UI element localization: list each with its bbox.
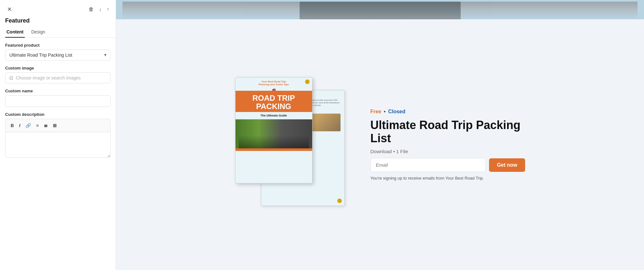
tabs-container: Content Design <box>0 24 116 38</box>
free-badge: Free <box>370 109 381 115</box>
embed-button[interactable]: ⊞ <box>51 122 59 129</box>
delete-button[interactable]: 🗑 <box>87 5 95 14</box>
book-front-cover: Your Best Road Trip Planning and Travel … <box>235 77 312 183</box>
tab-content[interactable]: Content <box>5 27 25 38</box>
link-button[interactable]: 🔗 <box>24 122 33 129</box>
email-row: Get now <box>370 158 525 172</box>
get-now-button[interactable]: Get now <box>489 158 525 172</box>
book-front-header: Your Best Road Trip Planning and Travel … <box>235 78 312 87</box>
book-front-title: ROAD TRIP PACKING <box>235 91 312 112</box>
email-input[interactable] <box>370 158 486 172</box>
header-actions: 🗑 ↓ ↑ <box>87 5 111 14</box>
custom-name-input[interactable] <box>5 95 111 107</box>
tab-design[interactable]: Design <box>30 27 47 38</box>
image-search-input[interactable]: ⊡ Choose image or search images <box>5 72 111 83</box>
featured-product-field: Featured product Ultimate Road Trip Pack… <box>5 43 111 61</box>
signup-note: You're signing up to receive emails from… <box>370 176 525 181</box>
custom-image-field: Custom image ⊡ Choose image or search im… <box>5 66 111 83</box>
book-header-line2: Planning and Travel Tips <box>239 83 308 86</box>
right-panel: ABOUT US Your Best Road Trip is a travel… <box>116 0 644 270</box>
custom-description-field: Custom description B I 🔗 ≡ ≣ ⊞ <box>5 112 111 159</box>
custom-description-label: Custom description <box>5 112 111 117</box>
custom-image-label: Custom image <box>5 66 111 70</box>
editor-toolbar: B I 🔗 ≡ ≣ ⊞ <box>5 119 111 132</box>
image-icon: ⊡ <box>9 75 13 80</box>
custom-name-field: Custom name <box>5 88 111 107</box>
move-down-button[interactable]: ↓ <box>98 5 103 14</box>
book-gold-badge-back <box>337 199 342 203</box>
move-up-button[interactable]: ↑ <box>105 5 111 14</box>
image-placeholder-text: Choose image or search images <box>16 75 81 80</box>
preview-content: ABOUT US Your Best Road Trip is a travel… <box>116 19 644 270</box>
numbered-list-button[interactable]: ≣ <box>42 122 50 129</box>
panel-title: Featured <box>0 14 116 24</box>
panel-header: ✕ 🗑 ↓ ↑ <box>0 0 116 14</box>
featured-product-select[interactable]: Ultimate Road Trip Packing List <box>5 50 111 61</box>
car-icon: 🚗 <box>235 87 312 91</box>
custom-name-label: Custom name <box>5 88 111 93</box>
italic-button[interactable]: I <box>17 122 22 129</box>
book-front-image <box>235 119 312 148</box>
product-title: Ultimate Road Trip Packing List <box>370 118 525 145</box>
closed-badge: Closed <box>388 109 405 115</box>
book-header-line1: Your Best Road Trip <box>239 80 308 83</box>
panel-body: Featured product Ultimate Road Trip Pack… <box>0 38 116 164</box>
bold-button[interactable]: B <box>9 122 16 129</box>
product-meta: Download • 1 File <box>370 149 525 154</box>
bullet-list-button[interactable]: ≡ <box>34 122 41 129</box>
featured-product-select-wrapper: Ultimate Road Trip Packing List ▼ <box>5 50 111 61</box>
book-front-subtitle: The Ultimate Guide <box>235 112 312 119</box>
product-info: Free • Closed Ultimate Road Trip Packing… <box>370 109 525 181</box>
badge-separator: • <box>384 109 386 115</box>
featured-product-label: Featured product <box>5 43 111 48</box>
close-button[interactable]: ✕ <box>5 5 14 14</box>
preview-top-bar <box>116 0 644 19</box>
left-panel: ✕ 🗑 ↓ ↑ Featured Content Design Featured… <box>0 0 116 270</box>
book-gold-badge-front <box>305 79 310 84</box>
book-mockup: ABOUT US Your Best Road Trip is a travel… <box>235 77 345 212</box>
book-front-footer-stripe <box>235 148 312 151</box>
custom-description-textarea[interactable] <box>5 132 111 158</box>
product-badges: Free • Closed <box>370 109 525 115</box>
